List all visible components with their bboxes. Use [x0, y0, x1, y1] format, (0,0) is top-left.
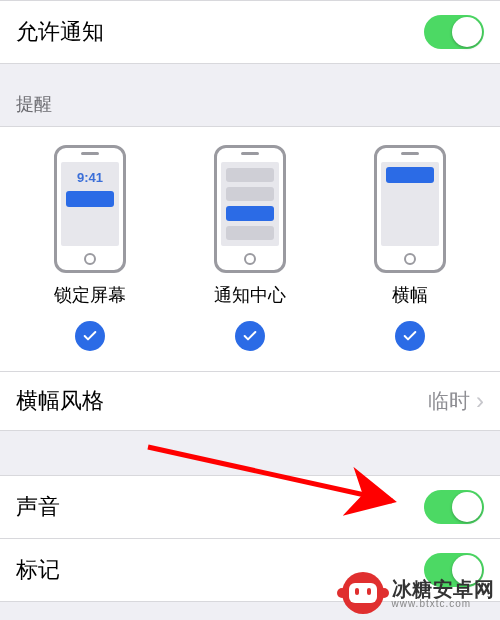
allow-notifications-label: 允许通知 — [16, 17, 104, 47]
section-gap — [0, 431, 500, 475]
lock-screen-label: 锁定屏幕 — [54, 283, 126, 307]
alert-styles-row: 9:41 锁定屏幕 通知中心 — [10, 145, 490, 351]
banner-style-value: 临时 — [428, 387, 470, 415]
lock-screen-check-icon — [75, 321, 105, 351]
sounds-toggle[interactable] — [424, 490, 484, 524]
notification-center-check-icon — [235, 321, 265, 351]
banners-label: 横幅 — [392, 283, 428, 307]
lock-screen-time: 9:41 — [61, 170, 119, 185]
toggle-knob — [452, 17, 482, 47]
banner-style-row[interactable]: 横幅风格 临时 › — [0, 372, 500, 431]
notification-center-label: 通知中心 — [214, 283, 286, 307]
watermark: 冰糖安卓网 www.btxtc.com — [342, 572, 495, 614]
toggle-knob — [452, 492, 482, 522]
alert-option-banners[interactable]: 横幅 — [340, 145, 480, 351]
alerts-section-header: 提醒 — [0, 64, 500, 126]
banner-style-label: 横幅风格 — [16, 386, 104, 416]
watermark-logo-icon — [342, 572, 384, 614]
lock-screen-icon: 9:41 — [54, 145, 126, 273]
alert-styles-panel: 9:41 锁定屏幕 通知中心 — [0, 126, 500, 372]
sounds-row: 声音 — [0, 475, 500, 539]
notification-center-icon — [214, 145, 286, 273]
badges-label: 标记 — [16, 555, 60, 585]
watermark-name: 冰糖安卓网 — [392, 578, 495, 600]
banner-style-value-wrap: 临时 › — [428, 387, 484, 415]
alert-option-notification-center[interactable]: 通知中心 — [180, 145, 320, 351]
alert-option-lock-screen[interactable]: 9:41 锁定屏幕 — [20, 145, 160, 351]
banners-icon — [374, 145, 446, 273]
watermark-domain: www.btxtc.com — [392, 598, 495, 609]
allow-notifications-row: 允许通知 — [0, 0, 500, 64]
sounds-label: 声音 — [16, 492, 60, 522]
banners-check-icon — [395, 321, 425, 351]
chevron-right-icon: › — [476, 389, 484, 413]
allow-notifications-toggle[interactable] — [424, 15, 484, 49]
